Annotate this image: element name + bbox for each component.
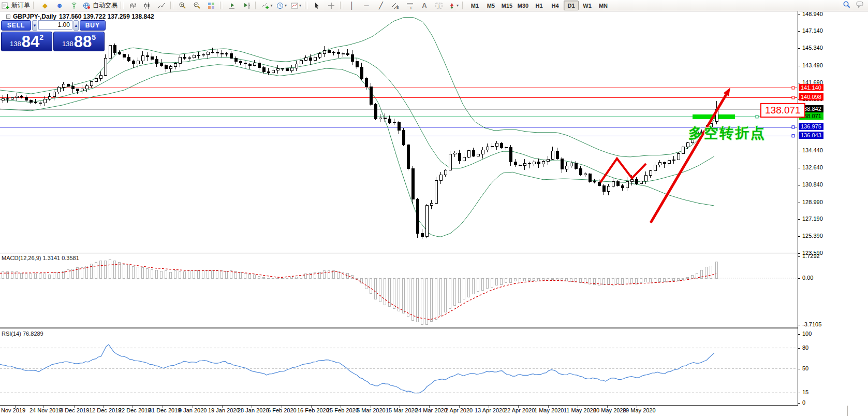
text-label-icon: T bbox=[435, 2, 443, 9]
chevron-down-icon[interactable]: ▾ bbox=[285, 3, 287, 8]
zoom-in-icon bbox=[179, 2, 186, 9]
zoom-out-button[interactable] bbox=[189, 0, 204, 11]
bar-chart-button[interactable] bbox=[125, 0, 140, 11]
volume-input[interactable] bbox=[38, 20, 72, 30]
timeframe-w1-button[interactable]: W1 bbox=[580, 1, 595, 10]
chart-title: GBPJPY-,Daily 137.560 139.722 137.259 13… bbox=[6, 13, 154, 20]
price-line-label-141.140[interactable]: 141.140 bbox=[799, 84, 823, 91]
price-line-label-136.043[interactable]: 136.043 bbox=[799, 132, 823, 139]
news-signal-button[interactable] bbox=[67, 0, 81, 11]
line-chart-button[interactable] bbox=[154, 0, 169, 11]
hline-handle[interactable] bbox=[792, 87, 795, 89]
volume-increase-button[interactable]: ▲ bbox=[73, 20, 79, 31]
price-tick bbox=[798, 168, 800, 168]
rsi-value: 76.8289 bbox=[23, 331, 43, 337]
bull-bear-turning-point-text[interactable]: 多空转折点 bbox=[688, 124, 766, 142]
bars-icon bbox=[129, 2, 136, 9]
new-order-button-label: 新订单 bbox=[11, 1, 30, 10]
equidistant-channel-button[interactable]: E bbox=[388, 0, 403, 11]
periods-clock-icon bbox=[276, 2, 284, 9]
periods-button[interactable]: ▾ bbox=[274, 0, 289, 11]
time-label: 16 Feb 2020 bbox=[297, 407, 329, 413]
favorites-button[interactable]: ◆ bbox=[38, 0, 52, 11]
indicators-button[interactable]: ▾ bbox=[260, 0, 274, 11]
toolbar-separator bbox=[220, 2, 223, 9]
time-label: 6 Feb 2020 bbox=[268, 407, 297, 413]
autotrading-button[interactable]: 自动交易 bbox=[81, 0, 119, 11]
price-tick bbox=[798, 185, 800, 185]
hline-handle[interactable] bbox=[756, 116, 758, 118]
hline-handle[interactable] bbox=[792, 135, 795, 137]
macd-tick bbox=[798, 325, 800, 325]
crosshair-button[interactable] bbox=[324, 0, 339, 11]
zigzag-annotation[interactable] bbox=[600, 159, 646, 182]
tile-windows-button[interactable] bbox=[204, 0, 218, 11]
cursor-button[interactable] bbox=[310, 0, 324, 11]
text-button[interactable]: A bbox=[417, 0, 432, 11]
price-line-label-140.098[interactable]: 140.098 bbox=[799, 93, 823, 101]
time-axis[interactable]: Nov 201924 Nov 20193 Dec 201912 Dec 2019… bbox=[0, 406, 798, 416]
cursor-icon bbox=[313, 2, 320, 9]
timeframe-m15-button[interactable]: M15 bbox=[499, 1, 514, 10]
sell-price-display[interactable]: 138 84 2 bbox=[1, 32, 52, 51]
sell-button[interactable]: SELL bbox=[1, 20, 31, 31]
price-tick bbox=[798, 48, 800, 49]
templates-button[interactable]: ▾ bbox=[289, 0, 303, 11]
chart-canvas[interactable] bbox=[0, 0, 798, 416]
chevron-down-icon[interactable]: ▾ bbox=[299, 3, 301, 8]
volume-decrease-button[interactable]: ▼ bbox=[32, 20, 37, 31]
hline-handle[interactable] bbox=[792, 126, 795, 128]
time-label: 22 Dec 2019 bbox=[119, 407, 151, 413]
community-button[interactable]: ☻ bbox=[52, 0, 67, 11]
buy-price-display[interactable]: 138 88 5 bbox=[53, 32, 105, 51]
rsi-tick bbox=[798, 334, 800, 335]
auto-scroll-button[interactable] bbox=[225, 0, 239, 11]
vertical-line-button[interactable]: │ bbox=[345, 0, 359, 11]
price-axis[interactable]: 148.940147.140145.340143.490141.690139.8… bbox=[798, 11, 848, 406]
up-arrow-annotation[interactable] bbox=[651, 95, 726, 223]
trendline-button[interactable]: ╱ bbox=[374, 0, 388, 11]
timeframe-m5-button[interactable]: M5 bbox=[483, 1, 498, 10]
rsi-tick bbox=[798, 403, 800, 404]
buy-price-big: 88 bbox=[74, 33, 92, 50]
chart-shift-button[interactable] bbox=[239, 0, 254, 11]
buy-button[interactable]: BUY bbox=[80, 20, 106, 31]
arrows-button[interactable]: ▾ bbox=[446, 0, 461, 11]
horizontal-line-button[interactable]: ─ bbox=[359, 0, 374, 11]
sell-price-sup: 2 bbox=[39, 33, 43, 41]
timeframe-h4-button[interactable]: H4 bbox=[548, 1, 563, 10]
price-tick bbox=[798, 66, 800, 66]
timeframe-mn-button[interactable]: MN bbox=[596, 1, 611, 10]
sell-price-prefix: 138 bbox=[10, 40, 21, 48]
price-tick bbox=[798, 253, 800, 254]
candlestick-chart-button[interactable] bbox=[140, 0, 154, 11]
time-label: 22 Apr 2020 bbox=[504, 407, 535, 413]
time-label: 9 Jan 2020 bbox=[179, 407, 207, 413]
timeframe-d1-button[interactable]: D1 bbox=[564, 1, 579, 10]
arrows-icon bbox=[448, 2, 455, 9]
time-label: 24 Nov 2019 bbox=[30, 407, 62, 413]
price-line-label-136.975[interactable]: 136.975 bbox=[799, 123, 823, 130]
bollinger-middle-band bbox=[0, 57, 714, 181]
macd-tick bbox=[798, 278, 800, 279]
timeframe-m30-button[interactable]: M30 bbox=[516, 1, 531, 10]
timeframe-m1-button[interactable]: M1 bbox=[467, 1, 482, 10]
one-click-trading-panel: SELL ▼ ▲ BUY 138 84 2 138 88 5 bbox=[1, 20, 105, 51]
price-tick-label: 134.440 bbox=[802, 147, 823, 153]
timeframe-h1-button[interactable]: H1 bbox=[532, 1, 547, 10]
fibonacci-button[interactable]: F bbox=[403, 0, 417, 11]
chevron-down-icon[interactable]: ▾ bbox=[270, 3, 272, 8]
hline-handle[interactable] bbox=[792, 96, 795, 99]
macd-tick-label: -3.7105 bbox=[802, 321, 821, 327]
price-annotation-label[interactable]: 138.071 bbox=[760, 103, 805, 118]
price-tick-label: 132.640 bbox=[802, 164, 823, 170]
price-tick-label: 127.190 bbox=[802, 216, 823, 222]
chevron-down-icon[interactable]: ▾ bbox=[457, 3, 459, 8]
time-label: 2 Apr 2020 bbox=[445, 407, 473, 413]
text-label-button[interactable]: T bbox=[432, 0, 446, 11]
toolbar-separator bbox=[121, 2, 124, 9]
chat-button[interactable] bbox=[856, 1, 865, 10]
new-order-button[interactable]: 新订单 bbox=[0, 0, 32, 11]
zoom-in-button[interactable] bbox=[175, 0, 189, 11]
search-button[interactable] bbox=[843, 1, 851, 10]
